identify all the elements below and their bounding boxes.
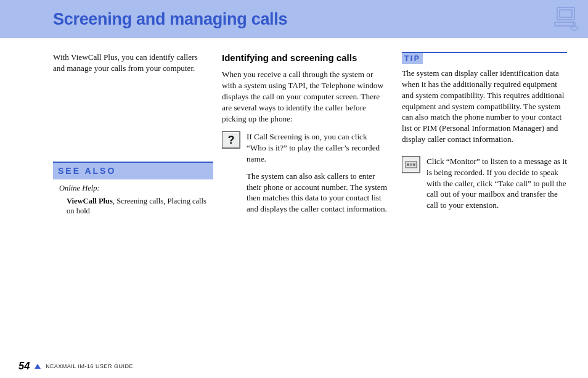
tip-header: TIP bbox=[402, 52, 567, 64]
triangle-icon bbox=[35, 364, 41, 369]
who-is-it-text: If Call Screening is on, you can click “… bbox=[247, 131, 387, 164]
intro-paragraph: With ViewCall Plus, you can identify cal… bbox=[53, 52, 207, 74]
computer-icon bbox=[551, 4, 582, 35]
svg-point-6 bbox=[413, 163, 415, 166]
col2-p2: The system can also ask callers to enter… bbox=[222, 171, 387, 215]
monitor-block: Click “Monitor” to listen to a message a… bbox=[402, 156, 567, 211]
col2-p1: When you receive a call through the syst… bbox=[222, 69, 387, 124]
tip-label: TIP bbox=[402, 53, 423, 64]
page-number: 54 bbox=[18, 360, 30, 372]
see-also-topic-bold: ViewCall Plus bbox=[67, 197, 113, 205]
question-mark-icon: ? bbox=[222, 131, 240, 149]
see-also-online-help-label: Online Help: bbox=[59, 183, 207, 194]
column-2: Identifying and screening calls When you… bbox=[222, 52, 387, 222]
page-title: Screening and managing calls bbox=[53, 10, 287, 29]
column-3: TIP The system can display caller identi… bbox=[402, 52, 567, 222]
monitor-text: Click “Monitor” to listen to a message a… bbox=[427, 156, 567, 211]
svg-rect-2 bbox=[555, 22, 573, 26]
svg-rect-1 bbox=[560, 10, 572, 17]
see-also-box: SEE ALSO Online Help: ViewCall Plus, Scr… bbox=[53, 162, 213, 222]
who-is-it-block: ? If Call Screening is on, you can click… bbox=[222, 131, 387, 164]
see-also-topic: ViewCall Plus, Screening calls, Placing … bbox=[59, 196, 207, 216]
section-heading: Identifying and screening calls bbox=[222, 52, 387, 64]
page-footer: 54 NEAXMAIL IM-16 USER GUIDE bbox=[18, 360, 133, 372]
svg-point-5 bbox=[407, 163, 409, 166]
header-band: Screening and managing calls bbox=[0, 0, 588, 38]
tip-body: The system can display caller identifica… bbox=[402, 68, 567, 145]
see-also-body: Online Help: ViewCall Plus, Screening ca… bbox=[53, 179, 213, 222]
guide-name: NEAXMAIL IM-16 USER GUIDE bbox=[46, 363, 133, 369]
see-also-heading: SEE ALSO bbox=[53, 162, 213, 179]
content-columns: With ViewCall Plus, you can identify cal… bbox=[0, 38, 588, 222]
svg-point-3 bbox=[571, 27, 578, 30]
monitor-icon bbox=[402, 156, 420, 173]
svg-rect-7 bbox=[410, 163, 412, 166]
column-1: With ViewCall Plus, you can identify cal… bbox=[53, 52, 207, 222]
